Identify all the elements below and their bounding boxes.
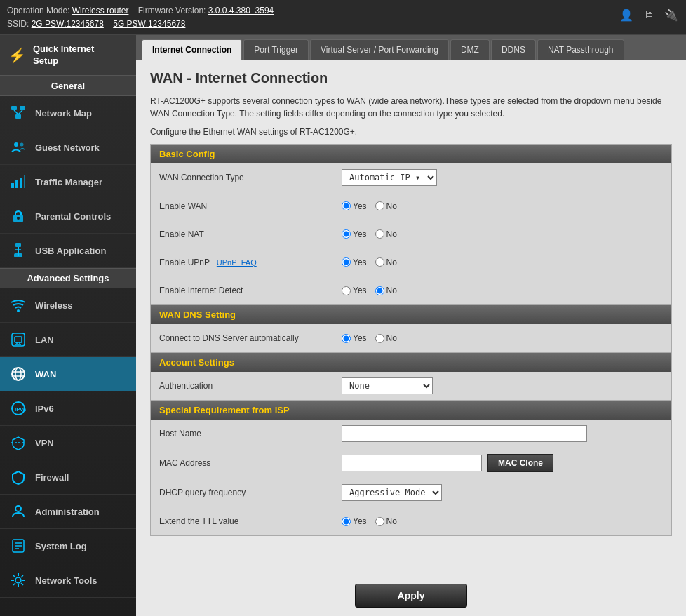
sidebar-item-network-tools[interactable]: Network Tools bbox=[0, 563, 136, 598]
radio-input-enable-wan-no[interactable] bbox=[375, 201, 384, 210]
control-extend-ttl: Yes No bbox=[342, 516, 663, 526]
apply-button[interactable]: Apply bbox=[355, 584, 468, 608]
ssid-2g[interactable]: 2G PSW:12345678 bbox=[32, 19, 104, 29]
system-log-icon bbox=[8, 536, 28, 556]
svg-rect-18 bbox=[15, 337, 22, 342]
control-enable-nat: Yes No bbox=[342, 229, 663, 239]
quick-setup-icon: ⚡ bbox=[8, 47, 26, 64]
radio-extend-ttl-yes[interactable]: Yes bbox=[342, 516, 367, 526]
radio-input-extend-ttl-yes[interactable] bbox=[342, 517, 351, 526]
radio-connect-dns-no[interactable]: No bbox=[375, 333, 397, 343]
radio-internet-detect-no[interactable]: No bbox=[375, 286, 397, 295]
radio-input-enable-upnp-no[interactable] bbox=[375, 257, 384, 267]
sidebar-item-usb-application[interactable]: USB Application bbox=[0, 234, 136, 268]
sidebar-wireless-label: Wireless bbox=[35, 300, 72, 311]
page-title: WAN - Internet Connection bbox=[150, 70, 672, 86]
label-enable-upnp: Enable UPnP UPnP_FAQ bbox=[159, 257, 342, 267]
sidebar-item-wan[interactable]: WAN bbox=[0, 357, 136, 391]
sidebar-general-title: General bbox=[0, 76, 136, 96]
radio-input-internet-detect-no[interactable] bbox=[375, 286, 384, 295]
row-mac-address: MAC Address MAC Clone bbox=[151, 448, 671, 478]
radio-extend-ttl-no[interactable]: No bbox=[375, 516, 397, 526]
radio-group-enable-wan: Yes No bbox=[342, 201, 397, 211]
section-basic-config-title: Basic Config bbox=[159, 149, 215, 159]
monitor-icon[interactable]: 🖥 bbox=[641, 7, 657, 22]
sidebar-lan-label: LAN bbox=[35, 335, 54, 345]
sidebar-item-traffic-manager[interactable]: Traffic Manager bbox=[0, 165, 136, 199]
sidebar-item-ipv6[interactable]: IPv6 IPv6 bbox=[0, 391, 136, 426]
sidebar-item-system-log[interactable]: System Log bbox=[0, 529, 136, 563]
section-wan-dns-title: WAN DNS Setting bbox=[159, 309, 236, 320]
control-host-name bbox=[342, 425, 663, 442]
radio-input-enable-upnp-yes[interactable] bbox=[342, 257, 351, 267]
control-authentication: None PAP CHAP MS-CHAP MS-CHAPv2 bbox=[342, 377, 663, 394]
radio-enable-upnp-yes[interactable]: Yes bbox=[342, 257, 367, 267]
svg-rect-1 bbox=[20, 106, 25, 110]
sidebar-item-parental-controls[interactable]: Parental Controls bbox=[0, 199, 136, 234]
radio-enable-upnp-no[interactable]: No bbox=[375, 257, 397, 267]
ssid-5g[interactable]: 5G PSW:12345678 bbox=[113, 19, 185, 29]
radio-internet-detect-yes[interactable]: Yes bbox=[342, 286, 367, 295]
top-bar-info: Operation Mode: Wireless router Firmware… bbox=[7, 4, 274, 31]
section-account-settings-body: Authentication None PAP CHAP MS-CHAP MS-… bbox=[151, 372, 671, 400]
ssid-label: SSID: bbox=[7, 19, 29, 29]
svg-rect-7 bbox=[11, 183, 14, 188]
sidebar-item-guest-network[interactable]: Guest Network bbox=[0, 130, 136, 165]
radio-enable-wan-no[interactable]: No bbox=[375, 201, 397, 211]
svg-text:IPv6: IPv6 bbox=[15, 406, 27, 413]
radio-input-connect-dns-no[interactable] bbox=[375, 334, 384, 343]
section-special-requirement-body: Host Name MAC Address MAC Clone bbox=[151, 420, 671, 535]
control-connect-dns-auto: Yes No bbox=[342, 333, 663, 343]
radio-input-internet-detect-yes[interactable] bbox=[342, 286, 351, 295]
tab-nat-passthrough[interactable]: NAT Passthrough bbox=[537, 39, 624, 60]
select-wan-connection-type[interactable]: Automatic IP ▾ PPPoE PPTP L2TP Static IP bbox=[342, 169, 437, 186]
tab-dmz[interactable]: DMZ bbox=[450, 39, 490, 60]
sidebar-item-vpn[interactable]: VPN bbox=[0, 426, 136, 460]
radio-input-enable-nat-no[interactable] bbox=[375, 229, 384, 239]
sidebar-item-lan[interactable]: LAN bbox=[0, 323, 136, 357]
svg-line-4 bbox=[18, 110, 22, 114]
user-icon[interactable]: 👤 bbox=[619, 7, 634, 22]
sidebar-parental-controls-label: Parental Controls bbox=[35, 211, 111, 222]
input-host-name[interactable] bbox=[342, 425, 587, 442]
radio-connect-dns-yes[interactable]: Yes bbox=[342, 333, 367, 343]
svg-rect-13 bbox=[15, 243, 21, 247]
select-dhcp-query-frequency[interactable]: Aggressive Mode Normal Mode bbox=[342, 484, 442, 501]
tab-virtual-server[interactable]: Virtual Server / Port Forwarding bbox=[310, 39, 449, 60]
firewall-icon bbox=[8, 467, 28, 487]
control-enable-wan: Yes No bbox=[342, 201, 663, 211]
radio-input-connect-dns-yes[interactable] bbox=[342, 334, 351, 343]
input-mac-address[interactable] bbox=[342, 455, 482, 471]
radio-input-enable-wan-yes[interactable] bbox=[342, 201, 351, 210]
mac-clone-button[interactable]: MAC Clone bbox=[487, 454, 553, 472]
sidebar-item-administration[interactable]: Administration bbox=[0, 495, 136, 529]
tabs-bar: Internet Connection Port Trigger Virtual… bbox=[136, 35, 686, 60]
radio-enable-wan-yes[interactable]: Yes bbox=[342, 201, 367, 211]
row-dhcp-query-frequency: DHCP query frequency Aggressive Mode Nor… bbox=[151, 478, 671, 507]
main-content: Internet Connection Port Trigger Virtual… bbox=[136, 35, 686, 616]
label-authentication: Authentication bbox=[159, 381, 342, 391]
radio-enable-nat-yes[interactable]: Yes bbox=[342, 229, 367, 239]
firmware-value[interactable]: 3.0.0.4.380_3594 bbox=[208, 6, 274, 15]
label-host-name: Host Name bbox=[159, 429, 342, 438]
firmware-label: Firmware Version: bbox=[138, 6, 206, 15]
network-map-icon bbox=[8, 103, 28, 123]
sidebar-item-wireless[interactable]: Wireless bbox=[0, 288, 136, 323]
sidebar-item-quick-setup[interactable]: ⚡ Quick InternetSetup bbox=[0, 35, 136, 76]
radio-input-extend-ttl-no[interactable] bbox=[375, 517, 384, 526]
radio-enable-nat-no[interactable]: No bbox=[375, 229, 397, 239]
radio-input-enable-nat-yes[interactable] bbox=[342, 229, 351, 239]
svg-point-5 bbox=[14, 142, 18, 147]
tab-port-trigger[interactable]: Port Trigger bbox=[243, 39, 309, 60]
top-bar: Operation Mode: Wireless router Firmware… bbox=[0, 0, 686, 35]
select-authentication[interactable]: None PAP CHAP MS-CHAP MS-CHAPv2 bbox=[342, 377, 433, 394]
link-upnp-faq[interactable]: UPnP_FAQ bbox=[217, 258, 257, 267]
sidebar-network-tools-label: Network Tools bbox=[35, 575, 97, 586]
usb-icon[interactable]: 🔌 bbox=[664, 7, 679, 22]
sidebar-item-firewall[interactable]: Firewall bbox=[0, 460, 136, 495]
sidebar-item-network-map[interactable]: Network Map bbox=[0, 96, 136, 130]
operation-mode-value[interactable]: Wireless router bbox=[72, 6, 129, 15]
tab-ddns[interactable]: DDNS bbox=[491, 39, 536, 60]
tab-internet-connection[interactable]: Internet Connection bbox=[142, 39, 242, 60]
description-2: Configure the Ethernet WAN settings of R… bbox=[150, 126, 672, 138]
